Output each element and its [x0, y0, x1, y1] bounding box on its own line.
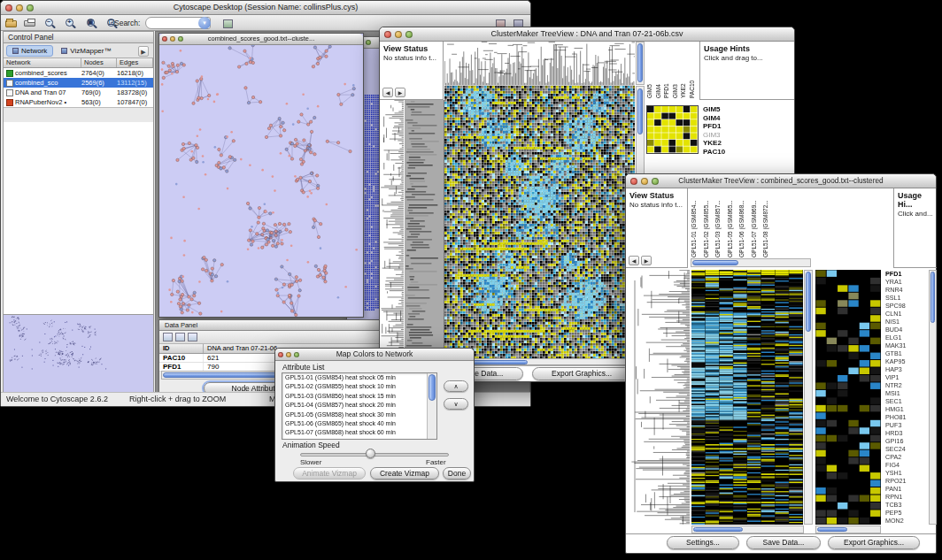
gene-label[interactable]: MSI1 — [885, 389, 929, 397]
column-label[interactable]: GPL51-07 (GSM869... — [751, 188, 763, 257]
treeview-dna-titlebar[interactable]: ClusterMaker TreeView : DNA and Tran 07-… — [380, 27, 794, 42]
gene-label[interactable]: MON2 — [885, 517, 929, 525]
gene-label[interactable]: YRA1 — [885, 278, 929, 286]
zoom-icon[interactable] — [178, 36, 183, 42]
gene-label[interactable]: SEC1 — [885, 397, 929, 405]
export-graphics-button[interactable]: Export Graphics... — [532, 367, 631, 380]
gene-label[interactable]: VIP1 — [885, 373, 929, 381]
filter-icon[interactable] — [221, 17, 236, 31]
prev-arrow-icon[interactable]: ◀ — [629, 256, 639, 265]
prev-arrow-icon[interactable]: ◀ — [382, 88, 393, 97]
move-down-button[interactable]: ∨ — [444, 398, 468, 410]
network-row[interactable]: combined_sco 2569(6) 13112(15) — [4, 78, 153, 88]
next-arrow-icon[interactable]: ▶ — [641, 256, 652, 265]
network-view-canvas[interactable] — [159, 45, 363, 317]
scrollbar-thumb[interactable] — [429, 374, 436, 401]
heatmap-vscrollbar[interactable] — [804, 270, 813, 525]
gene-label[interactable]: PUF3 — [885, 421, 929, 429]
chevron-down-icon[interactable]: ▼ — [198, 17, 211, 29]
tab-network[interactable]: Network — [6, 45, 53, 57]
gene-label[interactable]: HMG1 — [885, 405, 929, 413]
gene-label[interactable]: HRD3 — [885, 429, 929, 437]
gene-label[interactable]: TCB3 — [885, 501, 929, 509]
treeview-combined-titlebar[interactable]: ClusterMaker TreeView : combined_scores_… — [626, 174, 936, 188]
row-label[interactable]: YKE2 — [703, 139, 756, 148]
open-folder-icon[interactable] — [4, 16, 19, 30]
secondary-heatmap-canvas[interactable] — [815, 270, 881, 525]
row-label[interactable]: PFD1 — [703, 122, 756, 131]
animate-vizmap-button[interactable]: Animate Vizmap — [293, 467, 366, 479]
attribute-list-item[interactable]: GPL51-02 (GSM855) heat shock 10 min — [282, 382, 436, 391]
gene-label[interactable]: PFD1 — [885, 270, 929, 278]
network-overview-canvas[interactable] — [4, 314, 153, 396]
data-panel-titlebar[interactable]: Data Panel — [159, 320, 381, 331]
zoom-icon[interactable] — [294, 352, 299, 357]
gene-label[interactable]: RPO21 — [885, 477, 929, 485]
gene-label[interactable]: SPC98 — [885, 302, 929, 310]
gene-label[interactable]: CPA2 — [885, 453, 929, 461]
column-label[interactable]: GPL51-05 (GSM865... — [727, 188, 739, 257]
create-vizmap-button[interactable]: Create Vizmap — [370, 467, 439, 479]
gene-label[interactable]: ELG1 — [885, 334, 929, 341]
zoom-icon[interactable] — [27, 4, 34, 12]
move-up-button[interactable]: ∧ — [444, 380, 468, 392]
tab-overflow-button[interactable]: ▶ — [138, 46, 149, 57]
attribute-list-item[interactable]: GPL51-03 (GSM856) heat shock 15 min — [282, 392, 436, 401]
attribute-list-item[interactable]: GPL51-07 (GSM868) heat shock 60 min — [282, 428, 436, 437]
minimize-icon[interactable] — [16, 4, 23, 12]
export-graphics-button[interactable]: Export Graphics... — [828, 536, 920, 549]
labels-hscrollbar[interactable] — [691, 258, 811, 267]
gene-label[interactable]: YSH1 — [885, 469, 929, 477]
close-icon[interactable] — [162, 36, 167, 42]
close-icon[interactable] — [278, 352, 283, 357]
column-header[interactable]: Nodes — [81, 58, 117, 67]
heatmap-canvas[interactable] — [444, 86, 635, 358]
gene-label[interactable]: MAK31 — [885, 341, 929, 349]
gene-label[interactable]: NIS1 — [885, 318, 929, 326]
minimize-icon[interactable] — [286, 352, 291, 357]
tab-network[interactable]: VizMapper™ — [55, 45, 117, 57]
column-header[interactable]: Edges — [117, 58, 153, 67]
column-label[interactable]: GPL51-03 (GSM857... — [714, 188, 727, 257]
zoom-in-icon[interactable]: + — [64, 16, 79, 30]
dialog-titlebar[interactable]: Map Colors to Network — [275, 349, 474, 361]
gene-label[interactable]: GTB1 — [885, 349, 929, 357]
printer-icon[interactable] — [22, 16, 37, 30]
column-label[interactable]: GPL51-08 (GSM872... — [762, 188, 775, 257]
column-label[interactable]: PAC10 — [689, 42, 698, 98]
minimize-icon[interactable] — [641, 178, 648, 185]
gene-label[interactable]: BUD4 — [885, 326, 929, 334]
scrollbar-thumb[interactable] — [806, 272, 811, 332]
main-titlebar[interactable]: Cytoscape Desktop (Session Name: collins… — [1, 1, 530, 15]
attribute-list-item[interactable]: GPL51-04 (GSM857) heat shock 20 min — [282, 401, 436, 410]
scrollbar-thumb[interactable] — [637, 43, 643, 82]
gene-label[interactable]: NTR2 — [885, 381, 929, 389]
column-header[interactable]: ID — [159, 344, 204, 353]
row-dendrogram-canvas[interactable] — [626, 270, 690, 525]
zoom-icon[interactable] — [366, 40, 371, 45]
attribute-list-item[interactable]: GPL51-06 (GSM865) heat shock 40 min — [282, 419, 436, 428]
edge-table-icon[interactable] — [175, 333, 185, 341]
scrollbar-thumb[interactable] — [637, 88, 643, 134]
column-label[interactable]: GPL51-06 (GSM868... — [738, 188, 751, 257]
attribute-list-item[interactable]: GPL51-05 (GSM858) heat shock 30 min — [282, 410, 436, 419]
secondary-hscrollbar[interactable] — [815, 525, 881, 533]
node-table-icon[interactable] — [163, 333, 173, 341]
attribute-list[interactable]: GPL51-01 (GSM854) heat shock 05 minGPL51… — [282, 372, 437, 440]
zoom-fit-icon[interactable]: ▣ — [85, 16, 100, 30]
minimap-canvas[interactable] — [646, 105, 699, 154]
close-icon[interactable] — [384, 31, 391, 38]
zoom-out-icon[interactable]: − — [43, 16, 58, 30]
dendrogram-vscrollbar[interactable] — [636, 42, 645, 85]
close-icon[interactable] — [630, 178, 637, 185]
row-dendrogram-canvas[interactable] — [380, 100, 404, 358]
gene-label[interactable]: KAP95 — [885, 357, 929, 365]
network-row[interactable]: RNAPuberNov2 • 563(0) 107847(0) — [4, 97, 153, 107]
gene-label[interactable]: HAP3 — [885, 365, 929, 373]
slider-thumb[interactable] — [366, 449, 375, 458]
attribute-table-icon[interactable] — [188, 333, 197, 341]
column-header[interactable]: Network — [4, 58, 81, 67]
column-label[interactable]: GPL51-01 (GSM854... — [691, 188, 703, 257]
row-label[interactable]: GIM5 — [703, 105, 756, 114]
gene-label[interactable]: CLN1 — [885, 310, 929, 318]
